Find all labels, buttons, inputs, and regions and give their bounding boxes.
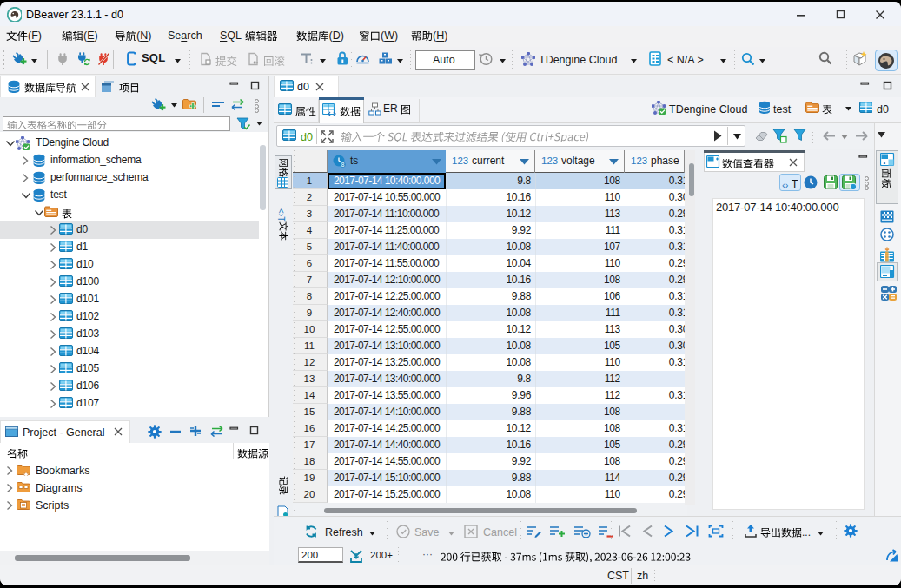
svg-text:8: 8	[341, 162, 345, 168]
